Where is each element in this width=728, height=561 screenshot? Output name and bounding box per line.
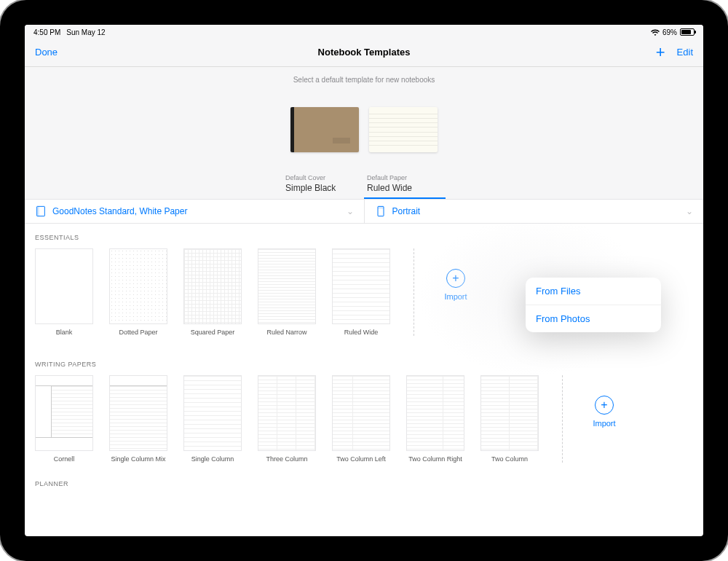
template-ruled-narrow[interactable]: Ruled Narrow [258,248,316,336]
template-single-column-mix[interactable]: Single Column Mix [109,375,167,463]
nav-bar: Done Notebook Templates + Edit [25,38,703,67]
tab-label: Default Paper [367,174,443,181]
template-single-column[interactable]: Single Column [183,375,242,463]
orientation-filter-label: Portrait [392,206,421,216]
template-two-column-left[interactable]: Two Column Left [332,375,390,463]
template-squared[interactable]: Squared Paper [183,248,242,336]
edit-button[interactable]: Edit [677,47,693,58]
template-two-column-right[interactable]: Two Column Right [406,375,464,463]
tab-label: Default Cover [285,174,361,181]
orientation-icon [375,205,387,217]
import-essentials-button[interactable]: + Import [438,269,474,301]
import-writing-button[interactable]: + Import [586,396,622,428]
screen: 4:50 PM Sun May 12 69% Done Notebook Tem… [25,25,703,536]
paper-filter-label: GoodNotes Standard, White Paper [52,206,187,216]
import-from-photos[interactable]: From Photos [526,305,661,332]
paper-icon [35,205,47,217]
template-three-column[interactable]: Three Column [258,375,316,463]
template-blank[interactable]: Blank [35,248,93,336]
tab-value: Simple Black [285,183,361,193]
orientation-filter[interactable]: Portrait ⌄ [364,200,704,223]
template-two-column[interactable]: Two Column [480,375,539,463]
import-from-files[interactable]: From Files [526,278,661,305]
tab-default-cover[interactable]: Default Cover Simple Black [282,174,364,199]
hero-subtitle: Select a default template for new notebo… [25,76,703,84]
import-label: Import [586,419,622,428]
divider [414,248,414,336]
default-paper-preview[interactable] [369,107,438,152]
paper-filter[interactable]: GoodNotes Standard, White Paper ⌄ [25,200,364,223]
plus-circle-icon: + [595,396,614,415]
wifi-icon [651,29,660,36]
svg-rect-1 [37,206,39,216]
filter-row: GoodNotes Standard, White Paper ⌄ Portra… [25,199,703,224]
status-bar: 4:50 PM Sun May 12 69% [25,25,703,38]
writing-row: Cornell Single Column Mix Single Column … [35,375,693,463]
template-cornell[interactable]: Cornell [35,375,93,463]
tab-default-paper[interactable]: Default Paper Ruled Wide [364,174,446,199]
svg-rect-3 [378,206,384,208]
chevron-down-icon: ⌄ [686,206,693,216]
add-button[interactable]: + [656,43,665,62]
import-popover: From Files From Photos [526,278,661,332]
section-header-essentials: ESSENTIALS [35,234,693,241]
plus-circle-icon: + [446,269,465,288]
battery-icon [680,28,695,36]
template-ruled-wide[interactable]: Ruled Wide [332,248,390,336]
battery-percent: 69% [662,28,677,36]
tab-value: Ruled Wide [367,183,443,193]
section-header-planner: PLANNER [35,480,693,487]
chevron-down-icon: ⌄ [347,206,354,216]
page-title: Notebook Templates [25,47,703,58]
default-cover-preview[interactable] [290,107,359,152]
divider [562,375,563,463]
done-button[interactable]: Done [35,47,58,58]
status-time: 4:50 PM [33,28,60,36]
ipad-frame: 4:50 PM Sun May 12 69% Done Notebook Tem… [0,0,728,561]
section-header-writing: WRITING PAPERS [35,361,693,368]
status-date: Sun May 12 [66,28,105,36]
hero: Select a default template for new notebo… [25,67,703,199]
template-dotted[interactable]: Dotted Paper [109,248,167,336]
template-list: ESSENTIALS Blank Dotted Paper Squared Pa… [25,224,703,495]
import-label: Import [438,292,474,301]
